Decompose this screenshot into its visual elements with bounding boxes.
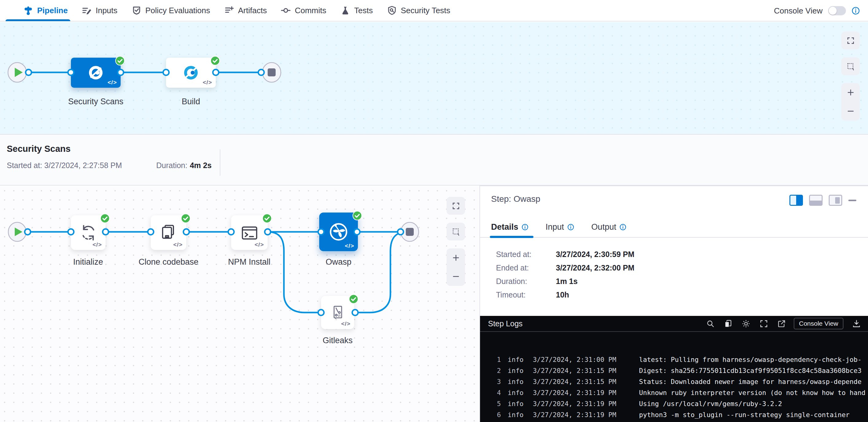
zoom-out-button[interactable] bbox=[841, 103, 860, 120]
log-line-number: 5 bbox=[480, 398, 501, 410]
terminal-icon bbox=[240, 223, 259, 242]
stage-graph-canvas[interactable]: </> </> Security Scans Build bbox=[0, 22, 868, 134]
duration-label: Duration: bbox=[156, 161, 187, 170]
tab-label: Policy Evaluations bbox=[146, 6, 210, 15]
tab-input[interactable]: Input bbox=[546, 217, 574, 237]
log-fullscreen-button[interactable] bbox=[759, 319, 769, 328]
log-line-number: 2 bbox=[480, 365, 501, 376]
step-node-owasp[interactable]: </> bbox=[319, 213, 358, 251]
stage-node-build[interactable]: </> bbox=[166, 58, 216, 88]
inputs-icon bbox=[82, 5, 92, 15]
zoom-in-button[interactable] bbox=[446, 249, 465, 266]
log-timestamp: 3/27/2024, 2:31:19 PM bbox=[533, 387, 639, 398]
tab-pipeline[interactable]: Pipeline bbox=[23, 0, 68, 21]
tab-security-tests[interactable]: Security Tests bbox=[387, 0, 450, 21]
stage-label-security-scans[interactable]: Security Scans bbox=[59, 97, 133, 106]
tab-commits[interactable]: Commits bbox=[281, 0, 326, 21]
code-tag: </> bbox=[174, 241, 183, 248]
info-icon[interactable] bbox=[851, 6, 860, 15]
step-label-gitleaks[interactable]: Gitleaks bbox=[307, 336, 368, 345]
code-tag: </> bbox=[341, 321, 350, 327]
log-lines[interactable]: 1info3/27/2024, 2:31:00 PMlatest: Pullin… bbox=[480, 354, 868, 420]
step-details-panel: Step: Owasp Details Input Output Started… bbox=[479, 186, 868, 422]
tab-details[interactable]: Details bbox=[491, 217, 529, 237]
tab-label: Tests bbox=[354, 6, 373, 15]
plus-icon bbox=[452, 254, 460, 262]
stage-label-build[interactable]: Build bbox=[154, 97, 228, 106]
code-tag: </> bbox=[203, 79, 212, 86]
detail-value: 3/27/2024, 2:30:59 PM bbox=[556, 250, 634, 259]
step-node-initialize[interactable]: </> bbox=[71, 215, 105, 250]
panel-layout-controls bbox=[789, 195, 856, 206]
log-line-number: 3 bbox=[480, 376, 501, 387]
info-icon bbox=[619, 224, 626, 231]
minus-icon bbox=[452, 272, 460, 281]
log-level: info bbox=[508, 376, 529, 387]
tab-tests[interactable]: Tests bbox=[340, 0, 373, 21]
success-badge-icon bbox=[100, 214, 110, 223]
minimize-panel-button[interactable] bbox=[848, 200, 856, 201]
console-view-control: Console View bbox=[774, 0, 860, 22]
log-message: latest: Pulling from harness/owasp-depen… bbox=[639, 354, 868, 365]
stage-node-security-scans[interactable]: </> bbox=[71, 58, 121, 88]
step-label-owasp[interactable]: Owasp bbox=[308, 257, 369, 267]
log-settings-button[interactable] bbox=[741, 319, 751, 328]
log-copy-button[interactable] bbox=[723, 319, 733, 328]
log-timestamp: 3/27/2024, 2:31:19 PM bbox=[533, 398, 639, 410]
open-in-new-button[interactable] bbox=[777, 319, 786, 328]
log-line: 4info3/27/2024, 2:31:19 PMUnknown ruby i… bbox=[480, 387, 868, 398]
fullscreen-icon bbox=[846, 36, 855, 45]
tab-output[interactable]: Output bbox=[591, 217, 626, 237]
layout-bottom-button[interactable] bbox=[809, 195, 823, 206]
initialize-sync-icon bbox=[79, 223, 98, 242]
zoom-in-button[interactable] bbox=[841, 84, 860, 101]
stage-title: Security Scans bbox=[7, 144, 71, 154]
log-level: info bbox=[508, 354, 529, 365]
layout-split-right-button[interactable] bbox=[789, 195, 803, 206]
fullscreen-button[interactable] bbox=[841, 32, 860, 50]
download-logs-button[interactable] bbox=[852, 319, 861, 328]
step-label-clone-codebase[interactable]: Clone codebase bbox=[129, 257, 208, 267]
step-label-initialize[interactable]: Initialize bbox=[57, 257, 119, 267]
log-line: 2info3/27/2024, 2:31:15 PMDigest: sha256… bbox=[480, 365, 868, 376]
console-view-toggle[interactable] bbox=[828, 6, 846, 15]
success-badge-icon bbox=[210, 56, 220, 66]
duration-value: 4m 2s bbox=[190, 161, 212, 170]
tab-inputs[interactable]: Inputs bbox=[82, 0, 118, 21]
step-node-npm-install[interactable]: </> bbox=[231, 215, 268, 250]
log-line-number: 6 bbox=[480, 410, 501, 420]
pipeline-execution-screen: Pipeline Inputs Policy Evaluations Artif… bbox=[0, 0, 868, 422]
zoom-out-button[interactable] bbox=[446, 268, 465, 285]
list-plus-icon bbox=[224, 5, 234, 15]
toggle-knob bbox=[829, 7, 837, 15]
info-icon bbox=[522, 224, 529, 231]
step-node-clone-codebase[interactable]: </> bbox=[151, 215, 186, 250]
step-logs-title: Step Logs bbox=[488, 319, 698, 328]
step-label-npm-install[interactable]: NPM Install bbox=[219, 257, 280, 267]
log-line: 1info3/27/2024, 2:31:00 PMlatest: Pullin… bbox=[480, 354, 868, 365]
log-timestamp: 3/27/2024, 2:31:15 PM bbox=[533, 376, 639, 387]
step-logs-header: Step Logs Console View bbox=[480, 316, 868, 332]
layout-floating-button[interactable] bbox=[829, 195, 842, 206]
marquee-icon bbox=[846, 62, 855, 70]
console-view-button[interactable]: Console View bbox=[794, 318, 843, 329]
log-search-button[interactable] bbox=[706, 319, 715, 328]
commit-icon bbox=[281, 5, 291, 15]
tab-policy-evaluations[interactable]: Policy Evaluations bbox=[132, 0, 210, 21]
log-message: python3 -m sto_plugin --run-strategy sin… bbox=[639, 410, 868, 420]
success-badge-icon bbox=[262, 214, 272, 223]
build-stage-icon bbox=[182, 64, 200, 82]
detail-value: 3/27/2024, 2:32:00 PM bbox=[556, 263, 634, 272]
marquee-select-button[interactable] bbox=[446, 223, 465, 240]
tab-label: Output bbox=[591, 222, 616, 232]
log-message: Unknown ruby interpreter version (do not… bbox=[639, 387, 868, 398]
marquee-select-button[interactable] bbox=[841, 57, 860, 75]
log-timestamp: 3/27/2024, 2:31:19 PM bbox=[533, 410, 639, 420]
security-scan-stage-icon bbox=[87, 64, 105, 82]
fullscreen-button[interactable] bbox=[446, 197, 465, 215]
clone-codebase-icon bbox=[159, 223, 178, 242]
stage-edges bbox=[0, 22, 868, 134]
step-node-gitleaks[interactable]: </> bbox=[321, 296, 354, 329]
step-graph-canvas[interactable]: </> </> </> </> </> bbox=[0, 186, 479, 422]
tab-artifacts[interactable]: Artifacts bbox=[224, 0, 267, 21]
